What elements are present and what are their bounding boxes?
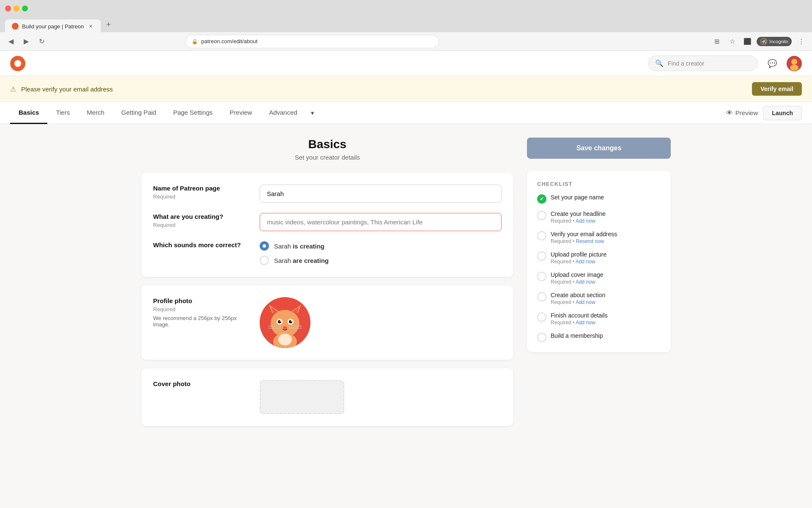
check-circle-membership: [537, 333, 546, 342]
incognito-label: Incognito: [769, 39, 788, 44]
check-text-membership: Build a membership: [551, 332, 661, 340]
svg-point-4: [271, 310, 299, 337]
save-changes-button[interactable]: Save changes: [527, 138, 671, 159]
check-text-headline: Create your headline Required • Add now: [551, 210, 661, 224]
launch-button[interactable]: Launch: [763, 106, 802, 120]
tab-merch[interactable]: Merch: [78, 102, 113, 124]
page-name-input[interactable]: [260, 185, 502, 203]
check-text-cover-img: Upload cover image Required • Add now: [551, 271, 661, 285]
add-cover-img-link[interactable]: Add now: [576, 279, 595, 285]
checklist-section: CHECKLIST Set your page name Create your…: [527, 171, 671, 352]
tab-page-settings[interactable]: Page Settings: [165, 102, 221, 124]
profile-photo-label: Profile photo: [153, 297, 246, 304]
checklist-item-headline: Create your headline Required • Add now: [537, 210, 661, 224]
verify-email-button[interactable]: Verify email: [752, 82, 802, 96]
more-options-button[interactable]: ⋮: [795, 36, 807, 47]
tab-basics[interactable]: Basics: [10, 102, 47, 124]
extensions-icon[interactable]: ⊞: [711, 36, 723, 47]
tab-preview-nav[interactable]: Preview: [221, 102, 261, 124]
tab-close-button[interactable]: ✕: [87, 23, 94, 30]
preview-link[interactable]: 👁 Preview: [726, 109, 758, 117]
check-text-page-name: Set your page name: [551, 194, 661, 202]
tab-getting-paid[interactable]: Getting Paid: [113, 102, 165, 124]
tab-advanced[interactable]: Advanced: [261, 102, 306, 124]
checklist-item-profile-pic: Upload profile picture Required • Add no…: [537, 251, 661, 265]
profile-photo-avatar[interactable]: [260, 297, 310, 348]
checklist-item-cover-img: Upload cover image Required • Add now: [537, 271, 661, 285]
radio-are-creating[interactable]: Sarah are creating: [260, 256, 502, 265]
nav-more-button[interactable]: ▾: [306, 102, 319, 124]
form-area: Basics Set your creator details Name of …: [141, 138, 513, 434]
tab-tiers[interactable]: Tiers: [47, 102, 78, 124]
check-label-about: Create about section: [551, 292, 661, 298]
forward-button[interactable]: ▶: [20, 36, 32, 47]
minimize-window-button[interactable]: [14, 6, 19, 11]
grammar-label: Which sounds more correct?: [153, 241, 246, 248]
search-placeholder: Find a creator: [668, 60, 704, 67]
search-icon: 🔍: [655, 59, 664, 67]
new-tab-button[interactable]: +: [102, 19, 114, 30]
app-header: 🔍 Find a creator 💬: [0, 51, 812, 76]
check-circle-cover-img: [537, 272, 546, 281]
add-headline-link[interactable]: Add now: [576, 218, 595, 224]
checklist-item-email: Verify your email address Required • Res…: [537, 231, 661, 244]
check-label-cover-img: Upload cover image: [551, 271, 661, 278]
cover-photo-content: [260, 380, 502, 414]
incognito-icon: 🕵: [760, 38, 768, 45]
checklist-item-membership: Build a membership: [537, 332, 661, 342]
check-meta-account: Required • Add now: [551, 320, 661, 326]
tab-title: Build your page | Patreon: [22, 23, 84, 30]
lock-icon: 🔒: [192, 39, 198, 44]
warning-icon: ⚠: [10, 85, 16, 93]
check-label-email: Verify your email address: [551, 231, 661, 237]
check-label-membership: Build a membership: [551, 332, 661, 339]
user-avatar[interactable]: [787, 56, 802, 71]
check-meta-about: Required • Add now: [551, 299, 661, 305]
active-tab[interactable]: Build your page | Patreon ✕: [5, 19, 101, 33]
checklist-item-about: Create about section Required • Add now: [537, 292, 661, 305]
name-label: Name of Patreon page: [153, 185, 246, 192]
profile-photo-label-col: Profile photo Required We recommend a 25…: [153, 297, 246, 328]
address-bar[interactable]: 🔒 patreon.com/edit/about: [185, 35, 439, 48]
checklist-item-account: Finish account details Required • Add no…: [537, 312, 661, 326]
creating-input[interactable]: [260, 213, 502, 231]
star-icon[interactable]: ☆: [726, 36, 738, 47]
check-circle-email: [537, 231, 546, 240]
close-window-button[interactable]: [5, 6, 11, 11]
eye-icon: 👁: [726, 109, 733, 117]
browser-toolbar: ◀ ▶ ↻ 🔒 patreon.com/edit/about ⊞ ☆ ⬛ 🕵 I…: [0, 32, 812, 51]
logo-circle: [10, 56, 25, 71]
incognito-badge: 🕵 Incognito: [757, 37, 792, 46]
grammar-label-col: Which sounds more correct?: [153, 241, 246, 265]
add-profile-pic-link[interactable]: Add now: [576, 259, 595, 265]
grammar-input-col: Sarah is creating Sarah are creating: [260, 241, 502, 265]
chevron-down-icon: ▾: [311, 109, 314, 117]
name-input-col: [260, 185, 502, 203]
patreon-logo[interactable]: [10, 56, 25, 71]
add-account-link[interactable]: Add now: [576, 320, 595, 326]
check-meta-email: Required • Resend now: [551, 238, 661, 244]
maximize-window-button[interactable]: [22, 6, 28, 11]
creating-label-col: What are you creating? Required: [153, 213, 246, 231]
messages-button[interactable]: 💬: [765, 56, 780, 71]
search-box[interactable]: 🔍 Find a creator: [648, 55, 758, 71]
resend-email-link[interactable]: Resend now: [576, 238, 604, 244]
refresh-button[interactable]: ↻: [36, 36, 47, 47]
cover-photo-placeholder[interactable]: [260, 380, 344, 414]
preview-label: Preview: [735, 109, 758, 116]
svg-point-21: [278, 334, 292, 345]
nav-tabs-bar: Basics Tiers Merch Getting Paid Page Set…: [0, 102, 812, 124]
check-text-account: Finish account details Required • Add no…: [551, 312, 661, 326]
radio-is-creating[interactable]: Sarah is creating: [260, 241, 502, 251]
sidebar-area: Save changes CHECKLIST Set your page nam…: [527, 138, 671, 434]
add-about-link[interactable]: Add now: [576, 299, 595, 305]
name-row: Name of Patreon page Required: [153, 185, 502, 203]
cast-icon[interactable]: ⬛: [741, 36, 753, 47]
main-content: Basics Set your creator details Name of …: [131, 124, 681, 448]
check-label-profile-pic: Upload profile picture: [551, 251, 661, 258]
back-button[interactable]: ◀: [5, 36, 17, 47]
name-label-col: Name of Patreon page Required: [153, 185, 246, 203]
address-text: patreon.com/edit/about: [201, 38, 258, 44]
check-meta-profile-pic: Required • Add now: [551, 259, 661, 265]
creating-label: What are you creating?: [153, 213, 246, 220]
